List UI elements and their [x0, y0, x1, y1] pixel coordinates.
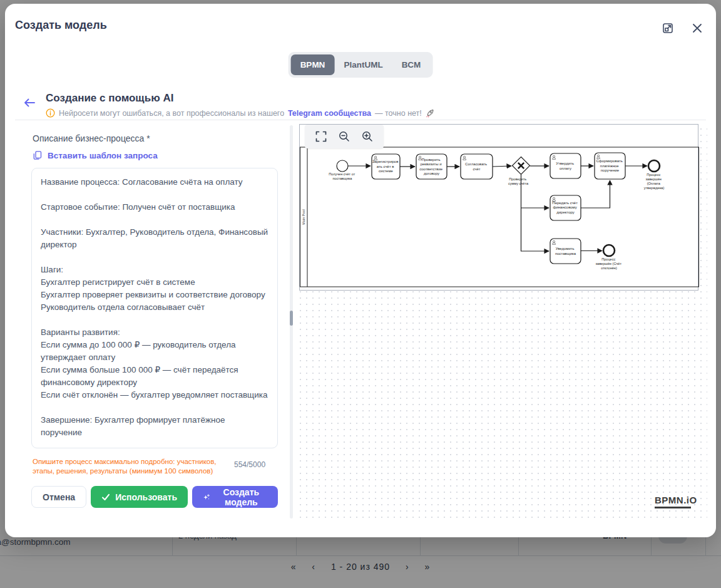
- panel-scrollbar: [290, 125, 293, 518]
- bpmn-preview-panel[interactable]: Main Pool: [295, 124, 707, 521]
- fit-viewport-icon[interactable]: [315, 130, 327, 143]
- bpmn-task-confirm: Утвердить оплату: [550, 153, 581, 178]
- scrollbar-thumb[interactable]: [290, 311, 293, 326]
- use-button[interactable]: Использовать: [91, 486, 188, 508]
- bpmn-canvas[interactable]: Main Pool: [299, 124, 698, 291]
- create-model-label: Создать модель: [215, 487, 267, 507]
- disclaimer-suffix: — точно нет!: [375, 109, 422, 118]
- insert-template-label: Вставить шаблон запроса: [48, 151, 158, 160]
- bpmn-task-transfer: Передать счёт финансовому директору: [550, 195, 581, 220]
- close-icon[interactable]: [690, 21, 704, 35]
- char-counter: 554/5000: [234, 460, 265, 469]
- ai-disclaimer: Нейросети могут ошибаться, а вот професс…: [46, 108, 435, 118]
- svg-text:Процесс завершён (: Процесс завершён (Счёт отклонён): [595, 257, 622, 270]
- zoom-in-icon[interactable]: [361, 130, 374, 143]
- cancel-button[interactable]: Отмена: [31, 486, 86, 508]
- sparkles-icon: [203, 492, 210, 502]
- model-type-tabs: BPMN PlantUML BCM: [289, 52, 433, 78]
- expand-icon[interactable]: [661, 21, 675, 35]
- copy-icon: [33, 150, 43, 160]
- svg-text:Проверить сумму сч: Проверить сумму счёта: [508, 177, 529, 185]
- modal-title: Создать модель: [15, 19, 107, 32]
- tab-bpmn[interactable]: BPMN: [291, 54, 335, 75]
- description-label: Описание бизнес-процесса *: [33, 133, 150, 143]
- header-divider: [15, 120, 706, 120]
- bpmn-task-register: Зарегистриров ать счёт в системе: [372, 154, 400, 179]
- svg-text:Уведомить поставщи: Уведомить поставщика: [555, 247, 576, 255]
- action-buttons: Отмена Использовать Создать модель: [31, 486, 278, 508]
- create-model-modal: Создать модель BPMN PlantUML BCM Создани…: [5, 4, 716, 537]
- rocket-icon: [426, 108, 435, 118]
- bpmn-task-notify: Уведомить поставщика: [550, 239, 581, 264]
- bpmn-task-agree: Согласовать счёт: [461, 154, 493, 179]
- back-arrow-icon[interactable]: [23, 96, 36, 109]
- bpmn-task-payment: Сформировать платёжное поручение: [595, 153, 625, 179]
- tab-plantuml[interactable]: PlantUML: [334, 54, 392, 75]
- bpmn-io-watermark: BPMN.iO: [655, 495, 697, 508]
- bpmn-io-logo: BPMN.iO: [655, 495, 697, 505]
- description-hint: Опишите процесс максимально подробно: уч…: [33, 457, 237, 476]
- bpmn-start-event: Получен счёт от поставщика: [329, 160, 356, 180]
- bpmn-task-check: Проверить реквизиты и соответствие догов…: [416, 154, 447, 179]
- create-model-button[interactable]: Создать модель: [192, 486, 278, 508]
- pool-label: Main Pool: [302, 209, 305, 224]
- process-description-input[interactable]: Название процесса: Согласование счёта на…: [31, 168, 278, 448]
- bpmn-exclusive-gateway: Проверить сумму счёта: [508, 157, 530, 186]
- telegram-community-link[interactable]: Telegram сообщества: [288, 109, 371, 118]
- checkmark-icon: [101, 493, 110, 502]
- diagram-toolbar: [305, 125, 384, 148]
- bpmn-diagram: Main Pool: [300, 125, 699, 291]
- svg-text:Процесс завершён: Процесс завершён (Оплата утверждена): [644, 173, 665, 190]
- zoom-out-icon[interactable]: [338, 130, 350, 143]
- tab-bcm[interactable]: BCM: [392, 54, 431, 75]
- bpmn-io-logo-underline: [655, 507, 691, 508]
- section-title: Создание с помощью AI: [46, 92, 173, 105]
- use-label: Использовать: [115, 492, 177, 502]
- bpmn-end-event-rejected: Процесс завершён (Счёт отклонён): [595, 245, 622, 270]
- info-icon: [46, 108, 55, 118]
- insert-template-link[interactable]: Вставить шаблон запроса: [33, 150, 158, 160]
- bpmn-end-event-approved: Процесс завершён (Оплата утверждена): [644, 160, 665, 190]
- cancel-label: Отмена: [43, 492, 75, 502]
- bpmn-pool: [300, 147, 699, 287]
- svg-text:Получен счёт от по: Получен счёт от поставщика: [329, 172, 356, 180]
- disclaimer-text: Нейросети могут ошибаться, а вот професс…: [59, 109, 284, 118]
